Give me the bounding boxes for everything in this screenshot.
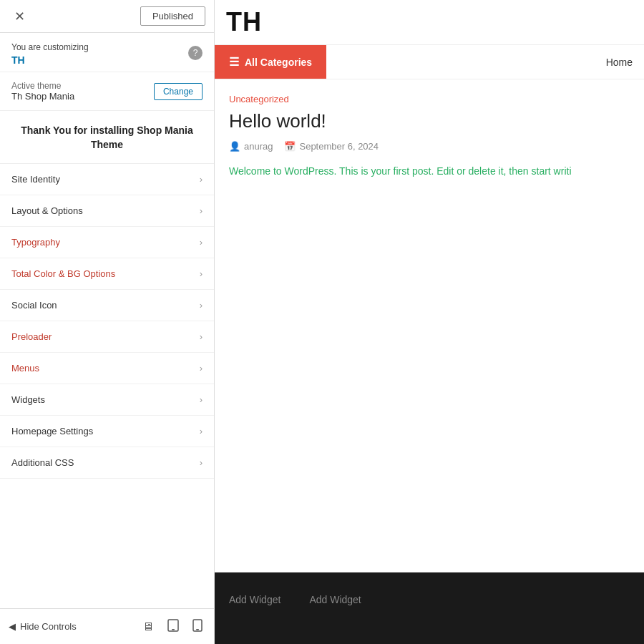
- footer-widget-1[interactable]: Add Widget: [229, 594, 280, 623]
- post-category: Uncategorized: [229, 94, 630, 104]
- footer-widget-2[interactable]: Add Widget: [309, 594, 361, 623]
- menu-item-homepage-settings[interactable]: Homepage Settings›: [0, 416, 214, 447]
- menu-item-social-icon[interactable]: Social Icon›: [0, 290, 214, 321]
- post-title: Hello world!: [229, 110, 630, 132]
- preview-nav: ☰ All Categories Home: [215, 45, 644, 79]
- site-name-link[interactable]: TH: [11, 54, 89, 66]
- all-categories-button[interactable]: ☰ All Categories: [215, 45, 326, 79]
- tablet-view-button[interactable]: [164, 616, 182, 638]
- chevron-right-icon: ›: [200, 457, 203, 468]
- active-theme-label: Active theme: [11, 81, 74, 91]
- menu-list: Site Identity›Layout & Options›Typograph…: [0, 164, 214, 608]
- chevron-right-icon: ›: [200, 205, 203, 216]
- menu-label: Preloader: [11, 331, 52, 342]
- hamburger-icon: ☰: [229, 55, 239, 69]
- chevron-right-icon: ›: [200, 268, 203, 279]
- chevron-right-icon: ›: [200, 331, 203, 342]
- menu-label: Social Icon: [11, 300, 57, 311]
- view-toggle-group: 🖥: [140, 616, 205, 638]
- customizer-panel: ✕ Published You are customizing TH ? Act…: [0, 0, 215, 644]
- menu-label: Menus: [11, 363, 39, 374]
- preview-footer: Add Widget Add Widget: [215, 572, 644, 644]
- published-button[interactable]: Published: [140, 6, 205, 26]
- back-arrow-icon: ◀: [9, 621, 16, 632]
- menu-item-additional-css[interactable]: Additional CSS›: [0, 447, 214, 479]
- menu-item-site-identity[interactable]: Site Identity›: [0, 164, 214, 195]
- menu-label: Widgets: [11, 394, 45, 405]
- svg-rect-1: [172, 629, 175, 630]
- nav-home-link[interactable]: Home: [595, 47, 644, 78]
- customizing-info: You are customizing TH: [11, 40, 89, 66]
- post-date: September 6, 2024: [299, 141, 379, 152]
- hide-controls-button[interactable]: ◀ Hide Controls: [9, 621, 77, 632]
- menu-label: Typography: [11, 237, 60, 248]
- customizing-label: You are customizing: [11, 42, 89, 52]
- bottom-bar: ◀ Hide Controls 🖥: [0, 608, 214, 644]
- desktop-view-button[interactable]: 🖥: [140, 618, 157, 636]
- preview-header: TH: [215, 0, 644, 45]
- customizing-bar: You are customizing TH ?: [0, 33, 214, 72]
- top-bar: ✕ Published: [0, 0, 214, 33]
- calendar-icon: 📅: [284, 141, 296, 152]
- menu-label: Site Identity: [11, 174, 60, 185]
- close-button[interactable]: ✕: [9, 6, 31, 27]
- post-author-meta: 👤 anurag: [229, 141, 273, 152]
- post-excerpt: Welcome to WordPress. This is your first…: [229, 163, 630, 179]
- svg-rect-3: [196, 629, 199, 630]
- menu-item-total-color-&-bg-options[interactable]: Total Color & BG Options›: [0, 258, 214, 290]
- site-logo: TH: [226, 7, 633, 37]
- menu-item-preloader[interactable]: Preloader›: [0, 321, 214, 353]
- change-theme-button[interactable]: Change: [154, 83, 203, 100]
- welcome-text: Thank You for installing Shop Mania Them…: [11, 124, 203, 152]
- preview-pane: TH ☰ All Categories Home Uncategorized H…: [215, 0, 644, 644]
- menu-label: Layout & Options: [11, 205, 83, 216]
- menu-item-typography[interactable]: Typography›: [0, 227, 214, 258]
- post-meta: 👤 anurag 📅 September 6, 2024: [229, 141, 630, 152]
- chevron-right-icon: ›: [200, 363, 203, 374]
- chevron-right-icon: ›: [200, 300, 203, 311]
- hide-controls-label: Hide Controls: [20, 621, 77, 632]
- menu-label: Homepage Settings: [11, 426, 93, 436]
- post-date-meta: 📅 September 6, 2024: [284, 141, 379, 152]
- help-icon[interactable]: ?: [188, 46, 203, 60]
- chevron-right-icon: ›: [200, 394, 203, 405]
- theme-bar: Active theme Th Shop Mania Change: [0, 72, 214, 111]
- post-author: anurag: [244, 141, 273, 152]
- all-categories-label: All Categories: [245, 57, 312, 68]
- author-icon: 👤: [229, 141, 240, 152]
- menu-item-menus[interactable]: Menus›: [0, 353, 214, 384]
- menu-label: Additional CSS: [11, 457, 74, 468]
- theme-name: Th Shop Mania: [11, 91, 74, 102]
- chevron-right-icon: ›: [200, 426, 203, 436]
- menu-item-layout-&-options[interactable]: Layout & Options›: [0, 195, 214, 227]
- menu-item-widgets[interactable]: Widgets›: [0, 384, 214, 416]
- mobile-view-button[interactable]: [190, 616, 205, 638]
- chevron-right-icon: ›: [200, 174, 203, 185]
- preview-content: Uncategorized Hello world! 👤 anurag 📅 Se…: [215, 79, 644, 572]
- welcome-message: Thank You for installing Shop Mania Them…: [0, 111, 214, 164]
- theme-info-block: Active theme Th Shop Mania: [11, 81, 74, 102]
- chevron-right-icon: ›: [200, 237, 203, 248]
- menu-label: Total Color & BG Options: [11, 268, 115, 279]
